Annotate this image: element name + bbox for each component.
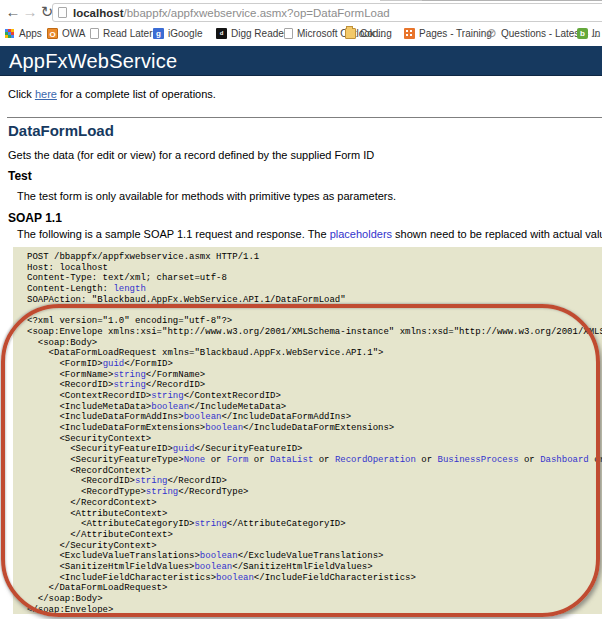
- bookmark-label: Pages - Training: [419, 28, 492, 39]
- address-bar[interactable]: localhost/bbappfx/appfxwebservice.asmx?o…: [52, 3, 602, 22]
- placeholder-token: RecordOperation: [335, 455, 416, 465]
- placeholder-token: boolean: [151, 402, 189, 412]
- url-path: /bbappfx/appfxwebservice.asmx?op=DataFor…: [123, 7, 389, 19]
- service-header-band: AppFxWebService: [0, 46, 602, 76]
- soap-intro-placeholders: placeholders: [330, 228, 392, 240]
- placeholder-token: string: [113, 380, 145, 390]
- page-icon: [58, 7, 67, 18]
- back-icon[interactable]: ←: [4, 2, 22, 22]
- bookmarks-bar: Apps O OWA Read Later g iGoogle d Digg R…: [0, 24, 602, 42]
- placeholder-token: length: [113, 284, 145, 294]
- bookmark-owa[interactable]: O OWA: [47, 25, 86, 41]
- placeholder-token: None: [184, 455, 206, 465]
- url-host: localhost: [73, 7, 123, 19]
- google-icon: g: [153, 28, 164, 39]
- soap-heading: SOAP 1.1: [8, 211, 62, 225]
- folder-icon: [345, 28, 356, 39]
- bookmark-read-later[interactable]: Read Later: [90, 25, 152, 41]
- bookmark-label: Digg Reader: [231, 28, 287, 39]
- bookmark-label: Coding: [360, 28, 392, 39]
- placeholder-token: DataList: [270, 455, 313, 465]
- placeholder-token: Form: [227, 455, 249, 465]
- operations-line-suffix: for a complete list of operations.: [57, 88, 216, 100]
- placeholder-token: string: [151, 391, 183, 401]
- url-text[interactable]: localhost/bbappfx/appfxwebservice.asmx?o…: [73, 7, 390, 19]
- forward-icon[interactable]: →: [21, 2, 39, 22]
- placeholder-token: string: [135, 476, 167, 486]
- placeholder-token: guid: [173, 444, 195, 454]
- bookmark-label: Read Later: [103, 28, 152, 39]
- placeholder-token: string: [146, 487, 178, 497]
- slashed-circle-icon: ⊘: [486, 28, 497, 39]
- placeholder-token: boolean: [200, 551, 238, 561]
- bookmark-igoogle[interactable]: g iGoogle: [153, 25, 202, 41]
- operation-description: Gets the data (for edit or view) for a r…: [8, 149, 374, 161]
- placeholder-token: string: [113, 370, 145, 380]
- placeholder-token: boolean: [194, 562, 232, 572]
- placeholder-token: string: [194, 519, 226, 529]
- soap-request-code: POST /bbappfx/appfxwebservice.asmx HTTP/…: [13, 247, 602, 614]
- browser-toolbar: ← → ↻ localhost/bbappfx/appfxwebservice.…: [0, 1, 602, 24]
- placeholder-token: guid: [103, 359, 125, 369]
- page-icon: [90, 28, 99, 39]
- b-green-icon: b: [577, 28, 588, 39]
- divider: [7, 117, 602, 118]
- operations-line-prefix: Click: [8, 88, 35, 100]
- browser-window: ← → ↻ localhost/bbappfx/appfxwebservice.…: [0, 0, 602, 619]
- apps-grid-icon: [4, 28, 15, 39]
- bookmark-label: In: [592, 28, 600, 39]
- digg-icon: d: [216, 28, 227, 39]
- bookmark-digg-reader[interactable]: d Digg Reader: [216, 25, 287, 41]
- bookmark-apps[interactable]: Apps: [4, 25, 42, 41]
- placeholder-token: boolean: [205, 423, 243, 433]
- soap-intro-prefix: The following is a sample SOAP 1.1 reque…: [17, 228, 330, 240]
- placeholder-token: boolean: [184, 412, 222, 422]
- placeholder-token: BusinessProcess: [438, 455, 519, 465]
- page-title: AppFxWebService: [0, 46, 602, 73]
- placeholder-token: Dashboard: [540, 455, 589, 465]
- pages-grid-icon: [404, 28, 415, 39]
- soap-intro-suffix: shown need to be replaced with actual va…: [392, 228, 602, 240]
- bookmark-in[interactable]: b In: [577, 25, 600, 41]
- soap-intro: The following is a sample SOAP 1.1 reque…: [17, 228, 602, 240]
- bookmark-label: iGoogle: [168, 28, 202, 39]
- operation-title: DataFormLoad: [8, 122, 114, 139]
- bookmark-coding[interactable]: Coding: [345, 25, 392, 41]
- test-heading: Test: [8, 169, 32, 183]
- placeholder-token: boolean: [216, 573, 254, 583]
- bookmark-label: OWA: [62, 28, 86, 39]
- test-note: The test form is only available for meth…: [17, 190, 396, 202]
- bookmark-pages-training[interactable]: Pages - Training: [404, 25, 492, 41]
- owa-icon: O: [47, 28, 58, 39]
- page-icon: [284, 28, 293, 39]
- bookmark-label: Apps: [19, 28, 42, 39]
- operations-line: Click here for a complete list of operat…: [8, 88, 216, 100]
- operations-list-link[interactable]: here: [35, 88, 57, 100]
